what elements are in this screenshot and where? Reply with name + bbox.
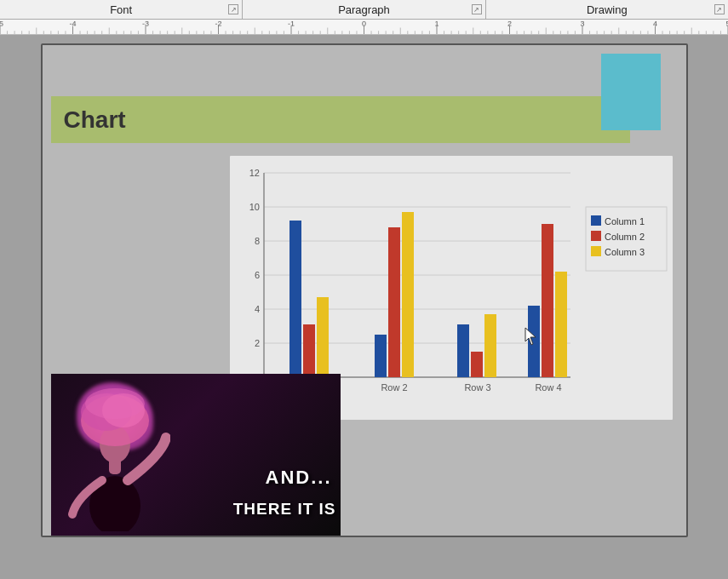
paragraph-label: Paragraph bbox=[338, 3, 390, 16]
image-area: AND... THERE IT IS bbox=[51, 374, 341, 536]
svg-rect-38 bbox=[591, 246, 601, 256]
toolbar: Font ↗ Paragraph ↗ Drawing ↗ bbox=[0, 0, 728, 20]
page: Chart 0 2 4 bbox=[41, 43, 688, 537]
ruler bbox=[0, 20, 728, 35]
document-area: Chart 0 2 4 bbox=[0, 35, 728, 579]
svg-text:6: 6 bbox=[254, 270, 259, 280]
svg-rect-25 bbox=[484, 314, 496, 377]
drawing-expand-icon[interactable]: ↗ bbox=[714, 4, 725, 14]
drawing-label: Drawing bbox=[587, 3, 628, 16]
svg-text:Row 4: Row 4 bbox=[535, 382, 561, 393]
cyan-rectangle[interactable] bbox=[601, 54, 661, 130]
svg-text:Column 3: Column 3 bbox=[605, 247, 645, 257]
there-it-is-text: THERE IT IS bbox=[233, 500, 336, 519]
svg-rect-36 bbox=[591, 231, 601, 241]
paragraph-expand-icon[interactable]: ↗ bbox=[472, 4, 482, 14]
svg-rect-23 bbox=[457, 324, 469, 377]
chart-title: Chart bbox=[64, 106, 126, 134]
svg-rect-22 bbox=[402, 212, 414, 377]
svg-text:8: 8 bbox=[254, 236, 259, 246]
svg-point-46 bbox=[85, 388, 145, 419]
svg-rect-20 bbox=[375, 335, 387, 377]
svg-text:Column 2: Column 2 bbox=[605, 232, 645, 242]
svg-text:Row 2: Row 2 bbox=[381, 382, 407, 393]
person-silhouette bbox=[60, 387, 170, 531]
svg-text:2: 2 bbox=[254, 338, 259, 348]
svg-text:Row 3: Row 3 bbox=[464, 382, 490, 393]
svg-text:Column 1: Column 1 bbox=[605, 216, 645, 226]
svg-rect-19 bbox=[317, 297, 329, 377]
chart-title-bar: Chart bbox=[51, 96, 630, 143]
svg-rect-17 bbox=[289, 221, 301, 377]
svg-text:10: 10 bbox=[249, 202, 259, 212]
svg-rect-18 bbox=[303, 324, 315, 377]
toolbar-paragraph-section: Paragraph ↗ bbox=[243, 0, 485, 19]
image-placeholder: AND... THERE IT IS bbox=[51, 374, 341, 536]
font-expand-icon[interactable]: ↗ bbox=[228, 4, 238, 14]
svg-rect-21 bbox=[388, 227, 400, 377]
svg-text:12: 12 bbox=[249, 168, 259, 178]
svg-rect-34 bbox=[591, 215, 601, 226]
and-text: AND... bbox=[266, 467, 332, 489]
svg-rect-26 bbox=[528, 306, 540, 377]
svg-text:4: 4 bbox=[254, 304, 259, 314]
toolbar-drawing-section: Drawing ↗ bbox=[486, 0, 728, 19]
font-label: Font bbox=[110, 3, 132, 16]
svg-rect-24 bbox=[471, 352, 483, 377]
svg-rect-28 bbox=[555, 272, 567, 377]
toolbar-font-section: Font ↗ bbox=[0, 0, 243, 19]
svg-rect-27 bbox=[542, 224, 553, 377]
